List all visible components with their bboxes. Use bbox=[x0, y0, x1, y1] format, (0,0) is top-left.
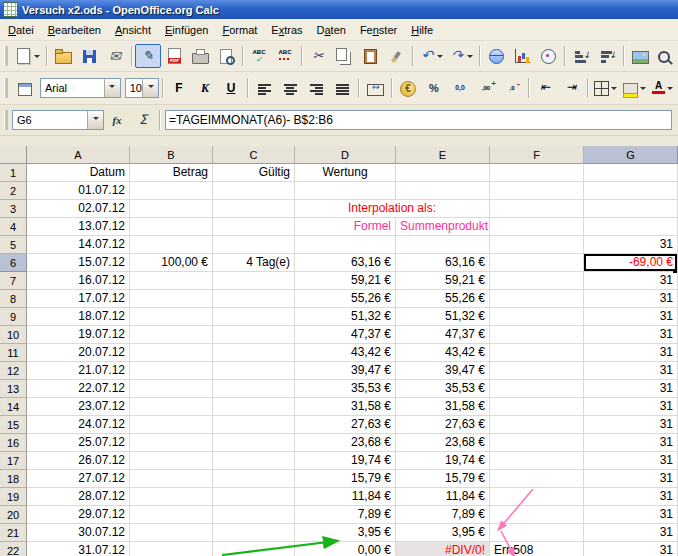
align-right-button[interactable] bbox=[303, 76, 329, 100]
cell-B21[interactable] bbox=[130, 524, 213, 542]
row-header-8[interactable]: 8 bbox=[0, 290, 27, 308]
cell-G14[interactable]: 31 bbox=[584, 398, 678, 416]
cell-B11[interactable] bbox=[130, 344, 213, 362]
cell-E19[interactable]: 11,84 € bbox=[396, 488, 490, 506]
format-paintbrush-button[interactable] bbox=[383, 44, 409, 68]
cell-G15[interactable]: 31 bbox=[584, 416, 678, 434]
underline-button[interactable] bbox=[218, 76, 244, 100]
cell-G10[interactable]: 31 bbox=[584, 326, 678, 344]
cell-F2[interactable] bbox=[490, 182, 584, 200]
cell-C9[interactable] bbox=[213, 308, 295, 326]
cell-D16[interactable]: 23,68 € bbox=[295, 434, 396, 452]
column-header-G[interactable]: G bbox=[584, 146, 678, 164]
cell-D2[interactable] bbox=[295, 182, 396, 200]
cell-D7[interactable]: 59,21 € bbox=[295, 272, 396, 290]
row-header-21[interactable]: 21 bbox=[0, 524, 27, 542]
row-header-9[interactable]: 9 bbox=[0, 308, 27, 326]
cell-D20[interactable]: 7,89 € bbox=[295, 506, 396, 524]
cell-D21[interactable]: 3,95 € bbox=[295, 524, 396, 542]
cell-B14[interactable] bbox=[130, 398, 213, 416]
cell-D3[interactable]: Interpolation als: bbox=[295, 200, 490, 218]
cell-G5[interactable]: 31 bbox=[584, 236, 678, 254]
cell-B7[interactable] bbox=[130, 272, 213, 290]
cell-F15[interactable] bbox=[490, 416, 584, 434]
column-header-D[interactable]: D bbox=[295, 146, 396, 164]
cell-A3[interactable]: 02.07.12 bbox=[27, 200, 130, 218]
cell-G4[interactable] bbox=[584, 218, 678, 236]
cell-C12[interactable] bbox=[213, 362, 295, 380]
cell-G7[interactable]: 31 bbox=[584, 272, 678, 290]
bold-button[interactable] bbox=[166, 76, 192, 100]
column-header-A[interactable]: A bbox=[27, 146, 130, 164]
menu-item-einfügen[interactable]: Einfügen bbox=[158, 22, 215, 38]
cell-B10[interactable] bbox=[130, 326, 213, 344]
align-justify-button[interactable] bbox=[329, 76, 355, 100]
cell-G20[interactable]: 31 bbox=[584, 506, 678, 524]
font-size-dropdown[interactable] bbox=[142, 79, 158, 97]
cell-A7[interactable]: 16.07.12 bbox=[27, 272, 130, 290]
cell-C3[interactable] bbox=[213, 200, 295, 218]
cell-C8[interactable] bbox=[213, 290, 295, 308]
row-header-2[interactable]: 2 bbox=[0, 182, 27, 200]
cell-E4[interactable]: Summenprodukt bbox=[396, 218, 490, 236]
cell-A14[interactable]: 23.07.12 bbox=[27, 398, 130, 416]
cell-C15[interactable] bbox=[213, 416, 295, 434]
cell-B4[interactable] bbox=[130, 218, 213, 236]
cell-F7[interactable] bbox=[490, 272, 584, 290]
cell-B15[interactable] bbox=[130, 416, 213, 434]
cell-E17[interactable]: 19,74 € bbox=[396, 452, 490, 470]
cell-E8[interactable]: 55,26 € bbox=[396, 290, 490, 308]
print-button[interactable] bbox=[187, 44, 213, 68]
font-name-dropdown[interactable] bbox=[104, 79, 120, 97]
menu-item-datei[interactable]: Datei bbox=[1, 22, 41, 38]
row-header-6[interactable]: 6 bbox=[0, 254, 27, 272]
save-button[interactable] bbox=[76, 44, 102, 68]
cell-G3[interactable] bbox=[584, 200, 678, 218]
row-header-17[interactable]: 17 bbox=[0, 452, 27, 470]
cell-G19[interactable]: 31 bbox=[584, 488, 678, 506]
cell-C7[interactable] bbox=[213, 272, 295, 290]
menu-item-extras[interactable]: Extras bbox=[264, 22, 309, 38]
cell-B16[interactable] bbox=[130, 434, 213, 452]
cell-B22[interactable] bbox=[130, 542, 213, 556]
cell-G11[interactable]: 31 bbox=[584, 344, 678, 362]
cell-A20[interactable]: 29.07.12 bbox=[27, 506, 130, 524]
cell-C13[interactable] bbox=[213, 380, 295, 398]
cell-F22[interactable]: Err:508 bbox=[490, 542, 584, 556]
cell-A17[interactable]: 26.07.12 bbox=[27, 452, 130, 470]
align-center-button[interactable] bbox=[277, 76, 303, 100]
cell-B8[interactable] bbox=[130, 290, 213, 308]
cut-button[interactable] bbox=[305, 44, 331, 68]
cell-F5[interactable] bbox=[490, 236, 584, 254]
cell-E13[interactable]: 35,53 € bbox=[396, 380, 490, 398]
cell-D8[interactable]: 55,26 € bbox=[295, 290, 396, 308]
cell-B6[interactable]: 100,00 € bbox=[130, 254, 213, 272]
cell-D15[interactable]: 27,63 € bbox=[295, 416, 396, 434]
row-header-11[interactable]: 11 bbox=[0, 344, 27, 362]
row-header-20[interactable]: 20 bbox=[0, 506, 27, 524]
cell-F6[interactable] bbox=[490, 254, 584, 272]
column-header-F[interactable]: F bbox=[490, 146, 584, 164]
standard-format-button[interactable] bbox=[447, 76, 473, 100]
percent-format-button[interactable] bbox=[421, 76, 447, 100]
styles-button[interactable] bbox=[12, 76, 38, 100]
cell-E15[interactable]: 27,63 € bbox=[396, 416, 490, 434]
new-document-button[interactable] bbox=[12, 44, 43, 68]
menu-item-daten[interactable]: Daten bbox=[310, 22, 353, 38]
cell-A4[interactable]: 13.07.12 bbox=[27, 218, 130, 236]
insert-chart-button[interactable] bbox=[509, 44, 535, 68]
cell-F4[interactable] bbox=[490, 218, 584, 236]
cell-G13[interactable]: 31 bbox=[584, 380, 678, 398]
cell-E16[interactable]: 23,68 € bbox=[396, 434, 490, 452]
cell-F13[interactable] bbox=[490, 380, 584, 398]
cell-F20[interactable] bbox=[490, 506, 584, 524]
cell-B3[interactable] bbox=[130, 200, 213, 218]
cell-C18[interactable] bbox=[213, 470, 295, 488]
sort-ascending-button[interactable] bbox=[568, 44, 594, 68]
column-header-C[interactable]: C bbox=[213, 146, 295, 164]
font-color-button[interactable] bbox=[649, 76, 676, 100]
row-header-5[interactable]: 5 bbox=[0, 236, 27, 254]
cell-A10[interactable]: 19.07.12 bbox=[27, 326, 130, 344]
cell-G6[interactable]: -69,00 € bbox=[584, 254, 678, 272]
row-header-22[interactable]: 22 bbox=[0, 542, 27, 556]
